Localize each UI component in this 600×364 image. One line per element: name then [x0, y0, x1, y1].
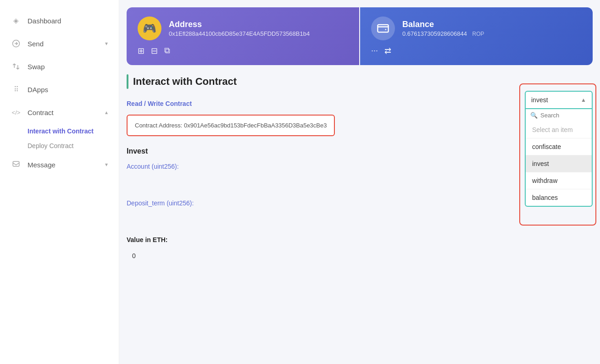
- account-field-group: Account (uint256):: [127, 163, 593, 191]
- address-card-value: 0x1Efl288a44100cb6D85e374E4A5FDD573568B1…: [169, 30, 310, 37]
- send-icon: [11, 39, 21, 49]
- sidebar-item-label: Dashboard: [28, 17, 108, 25]
- sidebar: ◈ Dashboard Send ▾ Swap ⠿ DApps </> Cont…: [0, 0, 119, 364]
- balance-card-title: Balance: [402, 20, 484, 29]
- sidebar-item-interact-contract[interactable]: Interact with Contract: [28, 124, 119, 138]
- account-input[interactable]: [127, 174, 439, 191]
- sidebar-item-contract[interactable]: </> Contract ▴: [0, 101, 119, 124]
- contract-submenu: Interact with Contract Deploy Contract: [0, 124, 119, 153]
- dropdown-list: Select an item confiscate invest withdra…: [525, 121, 593, 207]
- sidebar-item-message[interactable]: Message ▾: [0, 153, 119, 176]
- copy-icon[interactable]: ⧉: [164, 46, 170, 56]
- sidebar-item-label: Send: [28, 40, 99, 48]
- sidebar-item-send[interactable]: Send ▾: [0, 32, 119, 55]
- deposit-field-group: Deposit_term (uint256):: [127, 199, 593, 228]
- page-title-bar: Interact with Contract: [127, 74, 593, 89]
- sidebar-item-label: Swap: [28, 63, 108, 71]
- account-label: Account (uint256):: [127, 163, 593, 170]
- print-icon[interactable]: ⊟: [151, 46, 158, 56]
- dropdown-selected-value: invest: [531, 96, 548, 104]
- dropdown-selected[interactable]: invest ▲: [525, 91, 593, 109]
- sidebar-item-label: Contract: [28, 109, 99, 116]
- contract-address-box: Contract Address: 0x901Ae56ac9bd153bFdec…: [127, 115, 335, 136]
- value-eth-label: Value in ETH:: [127, 236, 593, 243]
- avatar: 🎮: [138, 17, 161, 40]
- main-content: 🎮 Address 0x1Efl288a44100cb6D85e374E4A5F…: [119, 0, 600, 364]
- title-accent: [127, 74, 128, 89]
- sidebar-item-label: Message: [28, 161, 99, 169]
- chevron-up-icon: ▲: [581, 97, 586, 103]
- dropdown-item-placeholder[interactable]: Select an item: [526, 121, 592, 138]
- sidebar-item-dashboard[interactable]: ◈ Dashboard: [0, 9, 119, 32]
- sidebar-item-dapps[interactable]: ⠿ DApps: [0, 78, 119, 101]
- dropdown-item-confiscate[interactable]: confiscate: [526, 138, 592, 155]
- value-eth-group: Value in ETH:: [127, 236, 593, 265]
- transfer-icon[interactable]: ⇄: [384, 46, 391, 56]
- balance-currency: ROP: [472, 31, 484, 37]
- section-label: Read / Write Contract: [127, 100, 593, 107]
- balance-card: Balance 0.676137305928606844 ROP ··· ⇄: [360, 7, 593, 65]
- address-card-actions: ⊞ ⊟ ⧉: [138, 46, 348, 56]
- sidebar-item-label: DApps: [28, 86, 108, 94]
- function-dropdown[interactable]: invest ▲ 🔍 Select an item confiscate inv…: [525, 91, 593, 207]
- dropdown-item-balances[interactable]: balances: [526, 189, 592, 206]
- dropdown-search-bar: 🔍: [525, 109, 593, 121]
- balance-icon: [371, 17, 395, 40]
- more-icon[interactable]: ···: [371, 46, 378, 56]
- chevron-down-icon: ▾: [105, 161, 108, 168]
- dropdown-item-withdraw[interactable]: withdraw: [526, 172, 592, 189]
- balance-card-actions: ··· ⇄: [371, 46, 582, 56]
- svg-rect-2: [378, 25, 388, 32]
- page-title: Interact with Contract: [133, 76, 237, 88]
- balance-card-value: 0.676137305928606844 ROP: [402, 30, 484, 37]
- dropdown-search-input[interactable]: [540, 112, 587, 119]
- qr-icon[interactable]: ⊞: [138, 46, 144, 56]
- address-card-title: Address: [169, 20, 310, 29]
- deposit-input[interactable]: [127, 210, 439, 228]
- deposit-label: Deposit_term (uint256):: [127, 199, 593, 207]
- invest-title: Invest: [127, 147, 593, 155]
- contract-icon: </>: [11, 107, 21, 117]
- sidebar-item-deploy-contract[interactable]: Deploy Contract: [28, 138, 119, 153]
- dropdown-item-invest[interactable]: invest: [526, 155, 592, 172]
- header-cards: 🎮 Address 0x1Efl288a44100cb6D85e374E4A5F…: [119, 0, 600, 65]
- contract-address-value: 0x901Ae56ac9bd153bFdecFbBaA3356D3Ba5e3cB…: [184, 122, 327, 129]
- chevron-up-icon: ▴: [105, 109, 108, 116]
- value-eth-input[interactable]: [127, 247, 439, 265]
- dapps-icon: ⠿: [11, 84, 21, 94]
- balance-amount: 0.676137305928606844: [402, 30, 467, 37]
- dashboard-icon: ◈: [11, 16, 21, 26]
- page-content: Interact with Contract Read / Write Cont…: [119, 65, 600, 364]
- message-icon: [11, 160, 21, 170]
- search-icon: 🔍: [530, 112, 538, 119]
- sidebar-item-swap[interactable]: Swap: [0, 55, 119, 78]
- chevron-down-icon: ▾: [105, 40, 108, 47]
- contract-address-prefix: Contract Address:: [135, 122, 184, 129]
- swap-icon: [11, 61, 21, 72]
- address-card: 🎮 Address 0x1Efl288a44100cb6D85e374E4A5F…: [127, 7, 359, 65]
